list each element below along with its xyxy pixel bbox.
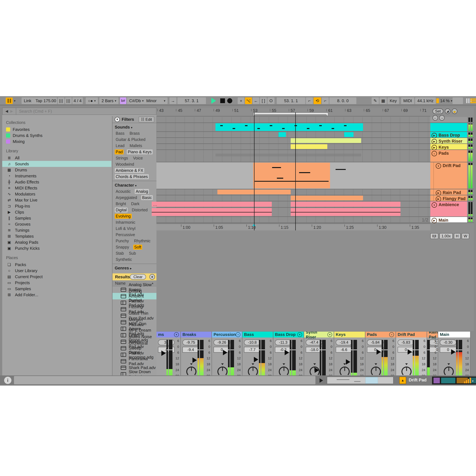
groove-amount[interactable]: 2 Bars▾ [99,97,119,104]
filter-tag-synthetic[interactable]: Synthetic [115,257,133,262]
arrangement-lane[interactable] [156,132,430,138]
volume-fader-handle[interactable] [223,350,227,355]
track-header-flangy-pad[interactable]: ▶Flangy Pad [430,195,467,201]
chevron-down-icon[interactable]: ▼ [174,332,179,337]
filter-tag-inharmonic[interactable]: Inharmonic [115,220,136,225]
playback-speed[interactable]: 1.00x [440,233,453,239]
sidebar-item-all[interactable]: ≣All [2,155,111,161]
chevron-down-icon[interactable]: ▼ [297,332,302,337]
info-icon[interactable]: i [4,377,11,384]
nudge-up-icon[interactable]: ||| [65,97,72,104]
track-header-keys[interactable]: ▶Keys [430,144,467,150]
key-root-selector[interactable]: C#/Db▾ [127,97,146,104]
filter-tag-basic[interactable]: Basic [141,195,153,200]
filter-tag-strings[interactable]: Strings [115,156,129,161]
play-icon[interactable]: ▶ [436,196,441,202]
filter-tag-soft[interactable]: Soft [133,245,142,250]
chev-icon[interactable]: ▼ [432,202,437,208]
edit-filters-button[interactable]: ☷ Edit [139,117,154,122]
volume-fader-handle[interactable] [451,349,456,355]
track-header-drift-pad[interactable]: ▼Drift Pad [430,162,467,189]
filter-tag-brass[interactable]: Brass [129,131,141,136]
overview-viewport[interactable] [365,377,378,384]
tempo-field[interactable]: 175.00 [43,97,57,104]
metronome-button[interactable]: ○●▾ [86,97,98,104]
play-button[interactable] [209,97,218,104]
pan-knob[interactable] [248,367,258,377]
time-ruler[interactable]: 1:001:051:101:151:201:251:301:35 [156,223,430,230]
clip-automation-line[interactable] [255,181,329,182]
clip[interactable] [216,123,363,131]
arrangement-lane[interactable] [156,150,430,162]
filter-tag-voice[interactable]: Voice [132,156,144,161]
pan-knob[interactable] [309,367,320,377]
play-icon[interactable]: ▶ [436,190,441,196]
sidebar-item-analog-pads[interactable]: ▣Analog Pads [2,239,111,245]
filters-collapse-icon[interactable]: ▼ [115,117,120,122]
clip[interactable] [291,144,327,149]
menu-icon[interactable]: ≡ [389,332,394,337]
name-column-header[interactable]: Name [115,281,126,286]
play-icon[interactable]: ▶ [432,133,437,138]
sidebar-item-samples[interactable]: ▭Samples [2,286,111,292]
pan-knob[interactable] [279,367,289,377]
sidebar-item-samples[interactable]: ∥Samples [2,215,111,221]
loop-button[interactable]: ⟲ [314,97,321,104]
filter-tag-guitar-plucked[interactable]: Guitar & Plucked [115,137,146,142]
audition-icon[interactable]: ‖|‖ [430,233,438,239]
arrangement-lane[interactable] [156,162,430,189]
session-record-icon[interactable]: O [268,97,274,104]
play-icon[interactable]: ▶ [432,145,437,150]
meter-dropdown-icon[interactable]: ▾ [472,379,474,383]
loop-length-field[interactable]: 8. 0. 0 [329,97,356,104]
computer-midi-keyboard-icon[interactable]: ▦ [379,97,387,104]
play-icon[interactable]: ▶ [432,139,437,144]
nudge-down-icon[interactable]: ||| [58,97,64,104]
filter-tag-sub[interactable]: Sub [128,251,137,256]
filter-tag-snappy[interactable]: Snappy [115,245,130,250]
height-zoom-button[interactable]: H [454,233,460,239]
sidebar-item-packs[interactable]: ❏Packs [2,262,111,268]
re-enable-automation-icon[interactable]: ← [253,97,259,104]
volume-field[interactable]: 0 [214,347,230,353]
result-item[interactable]: Panorama Pad.adv [113,358,156,364]
key-signature-icon[interactable]: b# [120,97,126,104]
sidebar-item-templates[interactable]: ⊞Templates [2,233,111,239]
arrangement-lane[interactable]: 1/2 [156,217,430,223]
pan-knob[interactable] [371,367,381,377]
sidebar-item-tunings[interactable]: ≊Tunings [2,227,111,233]
menu-icon[interactable]: ≡ [432,151,437,156]
filter-tag-dark[interactable]: Dark [130,201,140,206]
filter-tag-chords-phrases[interactable]: Chords & Phrases [115,174,149,179]
sidebar-item-clips[interactable]: ▶Clips [2,209,111,215]
sidebar-item-modulators[interactable]: ∿Modulators [2,191,111,197]
clip[interactable] [152,208,272,216]
filter-tag-mallets[interactable]: Mallets [129,143,143,148]
punch-in-icon[interactable]: ⌐ [306,97,313,104]
volume-field[interactable]: -6.6 [336,347,352,353]
link-button[interactable]: Link [22,97,34,104]
genres-group[interactable]: Genres ▸ [115,266,154,271]
filter-tag-woodwind[interactable]: Woodwind [115,162,135,167]
filter-tag-lofi-vinyl[interactable]: Lofi & Vinyl [115,226,136,231]
sidebar-item-sounds[interactable]: ♫Sounds [2,161,111,167]
collection-mixing[interactable]: Mixing [2,138,111,145]
filter-tag-bright[interactable]: Bright [115,201,127,206]
arrangement-overview[interactable] [327,377,393,384]
output-meter-icon[interactable] [464,377,471,383]
filter-tag-lead[interactable]: Lead [115,143,125,148]
sidebar-item-punchy-kicks[interactable]: ▣Punchy Kicks [2,245,111,251]
volume-fader-handle[interactable] [408,349,412,355]
collection-drums-synths[interactable]: Drums & Synths [2,133,111,138]
filter-tag-stab[interactable]: Stab [115,251,125,256]
filter-tag-rhythmic[interactable]: Rhythmic [133,238,151,243]
pan-knob[interactable] [444,367,454,377]
arrangement-lane[interactable] [156,138,430,144]
track-header-bass-drop[interactable]: ▶Bass Drop [430,132,467,138]
volume-fader-handle[interactable] [192,357,197,363]
sidebar-item-user-library[interactable]: ○User Library [2,268,111,274]
arrangement-lane[interactable] [156,123,430,132]
arrangement-position[interactable]: 57. 3. 1 [177,97,206,104]
filter-tag-acoustic[interactable]: Acoustic [115,189,132,194]
track-header-ambience[interactable]: ▼Ambience [430,201,467,217]
